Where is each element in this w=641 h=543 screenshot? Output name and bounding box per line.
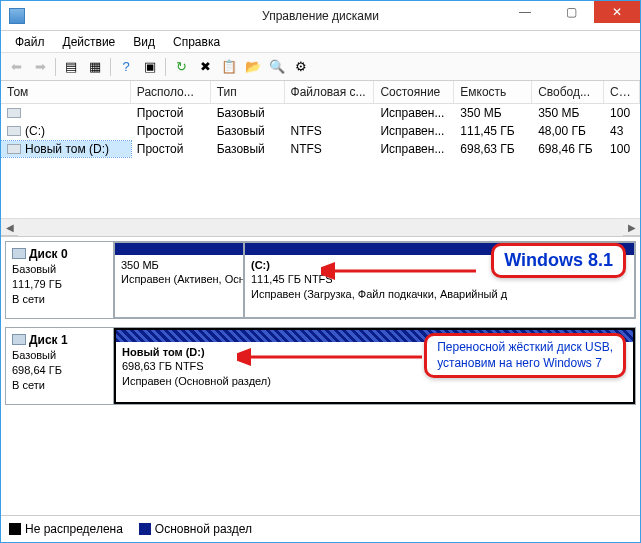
back-button[interactable]: ⬅ [5, 56, 27, 78]
minimize-button[interactable]: — [502, 1, 548, 23]
callout-usb-disk: Переносной жёсткий диск USB,установим на… [424, 333, 626, 378]
col-layout[interactable]: Располо... [131, 81, 211, 103]
legend: Не распределена Основной раздел [1, 515, 640, 542]
menu-file[interactable]: Файл [7, 33, 53, 51]
properties-icon[interactable]: ▣ [139, 56, 161, 78]
callout-windows81: Windows 8.1 [491, 243, 626, 278]
horizontal-scrollbar[interactable]: ◀ ▶ [1, 218, 640, 235]
view-bottom-icon[interactable]: ▦ [84, 56, 106, 78]
partition[interactable]: 350 МБ Исправен (Активен, Осн [114, 242, 244, 318]
wizard-icon[interactable]: 📋 [218, 56, 240, 78]
drive-icon [7, 108, 21, 118]
explore-icon[interactable]: 🔍 [266, 56, 288, 78]
arrow-icon [237, 347, 427, 367]
volume-row[interactable]: Простой Базовый Исправен... 350 МБ 350 М… [1, 104, 640, 122]
menu-view[interactable]: Вид [125, 33, 163, 51]
col-state[interactable]: Состояние [374, 81, 454, 103]
menu-action[interactable]: Действие [55, 33, 124, 51]
window-title: Управление дисками [262, 9, 379, 23]
settings-icon[interactable]: ⚙ [290, 56, 312, 78]
maximize-button[interactable]: ▢ [548, 1, 594, 23]
disk-info[interactable]: Диск 1 Базовый 698,64 ГБ В сети [6, 328, 114, 404]
title-bar: Управление дисками — ▢ ✕ [1, 1, 640, 31]
volume-list: Том Располо... Тип Файловая с... Состоян… [1, 81, 640, 236]
scroll-left-icon[interactable]: ◀ [1, 219, 18, 236]
disk-icon [12, 334, 26, 345]
volume-list-header: Том Располо... Тип Файловая с... Состоян… [1, 81, 640, 104]
partition-stripe [115, 243, 243, 255]
view-list-icon[interactable]: ▤ [60, 56, 82, 78]
menu-bar: Файл Действие Вид Справка [1, 31, 640, 53]
col-volume[interactable]: Том [1, 81, 131, 103]
delete-icon[interactable]: ✖ [194, 56, 216, 78]
menu-help[interactable]: Справка [165, 33, 228, 51]
col-fs[interactable]: Файловая с... [285, 81, 375, 103]
app-icon [9, 8, 25, 24]
drive-icon [7, 126, 21, 136]
col-type[interactable]: Тип [211, 81, 285, 103]
scroll-right-icon[interactable]: ▶ [623, 219, 640, 236]
disk-info[interactable]: Диск 0 Базовый 111,79 ГБ В сети [6, 242, 114, 318]
refresh-icon[interactable]: ↻ [170, 56, 192, 78]
legend-primary: Основной раздел [139, 522, 252, 536]
volume-row[interactable]: (C:) Простой Базовый NTFS Исправен... 11… [1, 122, 640, 140]
col-pct[interactable]: Св... [604, 81, 640, 103]
col-capacity[interactable]: Емкость [454, 81, 532, 103]
volume-row[interactable]: Новый том (D:) Простой Базовый NTFS Испр… [1, 140, 640, 158]
disk-icon [12, 248, 26, 259]
toolbar: ⬅ ➡ ▤ ▦ ? ▣ ↻ ✖ 📋 📂 🔍 ⚙ [1, 53, 640, 81]
help-icon[interactable]: ? [115, 56, 137, 78]
forward-button[interactable]: ➡ [29, 56, 51, 78]
disk-map: Диск 0 Базовый 111,79 ГБ В сети 350 МБ И… [1, 236, 640, 515]
close-button[interactable]: ✕ [594, 1, 640, 23]
drive-icon [7, 144, 21, 154]
open-icon[interactable]: 📂 [242, 56, 264, 78]
col-free[interactable]: Свобод... [532, 81, 604, 103]
arrow-icon [321, 261, 481, 281]
legend-unallocated: Не распределена [9, 522, 123, 536]
